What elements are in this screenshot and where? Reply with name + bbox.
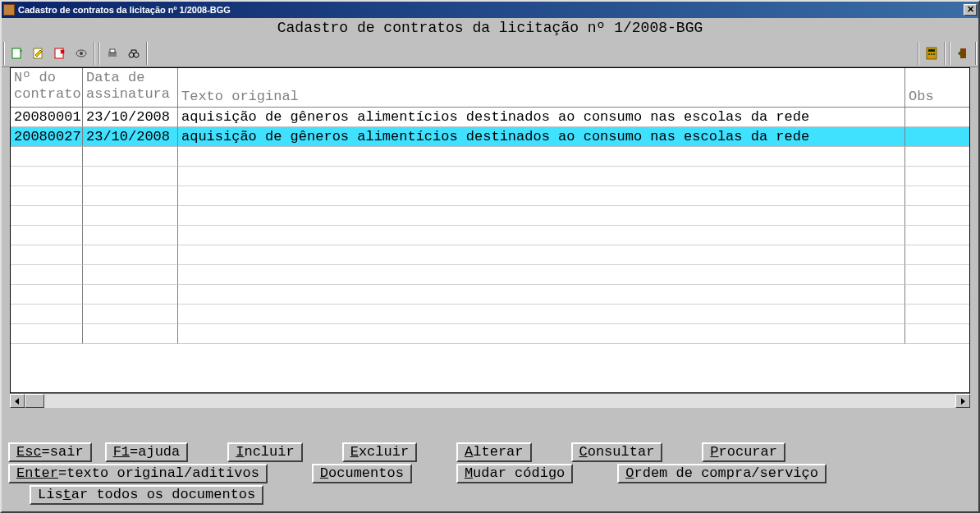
toolbar-separator [146,42,148,65]
toolbar-separator [949,42,950,65]
eye-icon [75,47,88,60]
calculator-icon [925,47,938,60]
table-row-empty [11,285,969,305]
svg-rect-10 [928,49,935,52]
triangle-left-icon [14,398,21,405]
toolbar-separator [3,42,5,65]
svg-point-8 [134,53,139,57]
scroll-track[interactable] [25,394,955,408]
view-button[interactable] [71,43,92,64]
f1-ajuda-button[interactable]: F1=ajuda [105,442,189,462]
table-row-empty [11,245,969,265]
cell-data: 23/10/2008 [83,127,178,147]
enter-texto-button[interactable]: Enter=texto original/aditivos [8,464,268,483]
table-row-empty [11,324,969,344]
toolbar-separator [98,42,100,65]
table-row-empty [11,226,969,245]
esc-sair-button[interactable]: Esc=sair [8,442,92,462]
calculator-button[interactable] [921,43,942,64]
table-row-empty [11,305,969,324]
table-row-empty [11,206,969,226]
svg-rect-6 [110,49,115,53]
svg-point-4 [80,52,83,55]
cell-data: 23/10/2008 [83,108,178,127]
table-row[interactable]: 2008002723/10/2008aquisição de gêneros a… [11,127,969,147]
table-row-empty [11,265,969,285]
new-icon [11,47,24,60]
door-exit-icon [956,47,969,60]
table-row-empty [11,186,969,206]
delete-button[interactable] [49,43,71,64]
toolbar-separator [918,42,919,65]
svg-rect-0 [12,48,21,58]
cell-texto: aquisição de gêneros alimentícios destin… [178,108,905,127]
incluir-button[interactable]: Incluir [227,442,302,462]
print-icon [106,47,119,60]
toolbar-separator [94,42,95,65]
cell-texto: aquisição de gêneros alimentícios destin… [178,127,905,147]
table-row-empty [11,167,969,186]
procurar-button[interactable]: Procurar [702,442,785,462]
scroll-thumb[interactable] [25,394,44,408]
alterar-button[interactable]: Alterar [456,442,531,462]
action-buttons: Esc=sair F1=ajuda Incluir Excluir Altera… [2,442,978,511]
new-button[interactable] [7,43,28,64]
app-window: Cadastro de contratos da licitação nº 1/… [0,0,980,513]
edit-button[interactable] [28,43,49,64]
grid-header: Nº do contrato Data de assinatura Texto … [11,68,969,108]
svg-rect-2 [55,48,63,58]
find-button[interactable] [123,43,144,64]
print-button[interactable] [102,43,123,64]
app-icon [3,4,15,16]
table-row[interactable]: 2008000123/10/2008aquisição de gêneros a… [11,108,969,127]
cell-num: 20080001 [11,108,83,127]
ordem-compra-button[interactable]: Ordem de compra/serviço [617,464,827,483]
window-title: Cadastro de contratos da licitação nº 1/… [18,5,962,15]
svg-rect-13 [933,53,935,55]
edit-icon [32,47,45,60]
col-header-texto[interactable]: Texto original [178,68,905,108]
triangle-right-icon [959,398,966,405]
col-header-numero[interactable]: Nº do contrato [11,68,83,108]
close-button[interactable]: ✕ [964,4,977,16]
col-header-obs[interactable]: Obs [905,68,969,108]
horizontal-scrollbar[interactable] [10,393,970,408]
toolbar-separator [944,42,946,65]
svg-point-7 [129,53,134,57]
scroll-right-button[interactable] [955,394,970,408]
contracts-grid[interactable]: Nº do contrato Data de assinatura Texto … [10,67,970,393]
cell-num: 20080027 [11,127,83,147]
svg-rect-12 [931,53,932,55]
exit-button[interactable] [952,43,973,64]
listar-documentos-button[interactable]: Listar todos os documentos [30,485,263,505]
consultar-button[interactable]: Consultar [571,442,663,462]
binoculars-icon [127,47,140,60]
titlebar: Cadastro de contratos da licitação nº 1/… [2,2,978,18]
cell-obs [905,127,969,147]
mudar-codigo-button[interactable]: Mudar código [456,464,573,483]
table-row-empty [11,147,969,167]
excluir-button[interactable]: Excluir [342,442,417,462]
toolbar [2,39,978,67]
delete-icon [53,47,66,60]
documentos-button[interactable]: Documentos [312,464,412,483]
svg-rect-11 [928,53,930,55]
page-title: Cadastro de contratos da licitação nº 1/… [2,18,978,39]
col-header-data[interactable]: Data de assinatura [83,68,178,108]
toolbar-separator [975,42,977,65]
cell-obs [905,108,969,127]
scroll-left-button[interactable] [10,394,25,408]
